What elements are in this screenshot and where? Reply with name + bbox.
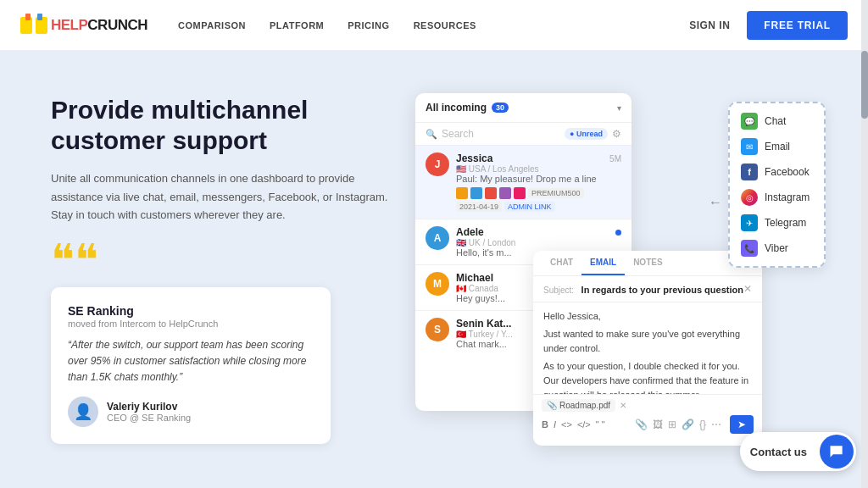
arrow-decoration: ← — [709, 195, 722, 210]
channel-instagram[interactable]: ◎ Instagram — [735, 185, 819, 210]
chat-icon — [828, 443, 845, 460]
bold-btn[interactable]: B — [542, 419, 548, 430]
facebook-channel-icon: f — [741, 164, 758, 180]
chat-panel-header: All incoming 30 ▾ — [415, 93, 632, 123]
code2-icon[interactable]: {} — [699, 419, 706, 430]
jessica-tags: PREMIUM500 2021-04-19 ADMIN LINK — [456, 187, 621, 212]
tab-chat[interactable]: CHAT — [542, 251, 581, 275]
telegram-channel-icon: ✈ — [741, 214, 758, 231]
subject-text: In regards to your previous question — [581, 285, 743, 295]
conversation-jessica[interactable]: J Jessica 5M 🇺🇸 USA / Los Angeles Paul: … — [415, 146, 632, 219]
logo-icon — [20, 14, 47, 37]
tab-notes[interactable]: NOTES — [625, 251, 670, 275]
quote-btn[interactable]: " " — [596, 419, 605, 430]
email-compose-panel: CHAT EMAIL NOTES Subject: In regards to … — [533, 251, 762, 446]
tag-premium: PREMIUM500 — [528, 188, 584, 198]
settings-icon[interactable]: ⚙ — [612, 128, 621, 140]
testimonial-moved-from: moved from Intercom to HelpCrunch — [68, 319, 314, 329]
michael-avatar: M — [426, 272, 449, 296]
contact-us-label: Contact us — [740, 437, 817, 467]
testimonial-card: SE Ranking moved from Intercom to HelpCr… — [51, 287, 331, 444]
adele-location: 🇬🇧 UK / London — [456, 238, 621, 247]
channel-sidebar: 💬 Chat ✉ Email f Facebook ◎ Instagram ✈ … — [728, 102, 826, 268]
attach-icon[interactable]: 📎 — [635, 419, 648, 430]
chat-bubble-icon — [820, 435, 854, 469]
channel-viber[interactable]: 📞 Viber — [735, 236, 819, 261]
unread-filter[interactable]: ● Unread — [565, 128, 608, 140]
nav-pricing[interactable]: PRICING — [348, 20, 389, 30]
facebook-channel-label: Facebook — [765, 166, 810, 178]
attachment-chip: 📎 Roadmap.pdf — [542, 399, 615, 412]
channel-email[interactable]: ✉ Email — [735, 134, 819, 159]
viber-channel-label: Viber — [765, 242, 788, 254]
incoming-badge: 30 — [492, 103, 509, 113]
nav-resources[interactable]: RESOURCES — [414, 20, 476, 30]
email-greeting: Hello Jessica, — [543, 309, 752, 324]
free-trial-button[interactable]: FREE TRIAL — [747, 11, 848, 40]
email-subject-row: Subject: In regards to your previous que… — [533, 276, 762, 302]
sign-in-link[interactable]: SIGN IN — [689, 19, 730, 31]
search-icon: 🔍 — [426, 129, 437, 140]
svg-rect-2 — [25, 14, 31, 20]
scrollbar[interactable] — [861, 0, 868, 488]
nav-links: COMPARISON PLATFORM PRICING RESOURCES — [178, 20, 476, 30]
scrollbar-thumb[interactable] — [861, 51, 868, 119]
hero-title: Provide multichannel customer support — [51, 95, 407, 156]
channel-facebook[interactable]: f Facebook — [735, 159, 819, 185]
svg-rect-3 — [37, 14, 42, 20]
nav-comparison[interactable]: COMPARISON — [178, 20, 246, 30]
table-icon[interactable]: ⊞ — [668, 419, 676, 430]
chat-panel-title: All incoming — [426, 102, 487, 114]
adele-avatar: A — [426, 226, 449, 250]
logo[interactable]: HELPCRUNCH — [20, 14, 147, 37]
jessica-avatar: J — [426, 152, 449, 176]
more-icon[interactable]: ⋯ — [711, 419, 721, 430]
send-email-button[interactable]: ➤ — [730, 415, 754, 434]
testimonial-author: 👤 Valeriy Kurilov CEO @ SE Ranking — [68, 396, 314, 427]
hero-left: Provide multichannel customer support Un… — [51, 95, 407, 443]
email-toolbar: 📎 Roadmap.pdf ✕ B I <> </> " " 📎 🖼 ⊞ 🔗 {… — [533, 394, 762, 438]
dropdown-arrow-icon[interactable]: ▾ — [617, 103, 621, 113]
hero-right: All incoming 30 ▾ 🔍 Search ● Unread ⚙ — [415, 76, 826, 463]
link-icon[interactable]: 🔗 — [682, 419, 694, 430]
quote-decoration: ❝❝ — [51, 245, 407, 275]
email-body-line1: Just wanted to make sure you've got ever… — [543, 327, 752, 356]
author-name: Valeriy Kurilov — [107, 401, 191, 413]
adele-dot — [615, 230, 621, 236]
chat-channel-icon: 💬 — [741, 113, 758, 130]
email-body-line2: As to your question, I double checked it… — [543, 359, 752, 394]
email-body[interactable]: Hello Jessica, Just wanted to make sure … — [533, 302, 762, 394]
chat-search-bar: 🔍 Search ● Unread ⚙ — [415, 123, 632, 146]
italic-btn[interactable]: I — [554, 419, 556, 430]
code-btn[interactable]: <> — [561, 419, 572, 430]
nav-platform[interactable]: PLATFORM — [270, 20, 324, 30]
search-placeholder[interactable]: Search — [442, 128, 474, 140]
email-channel-icon: ✉ — [741, 138, 758, 155]
code-block-btn[interactable]: </> — [577, 419, 591, 430]
instagram-channel-icon: ◎ — [741, 189, 758, 206]
telegram-channel-label: Telegram — [765, 217, 806, 229]
jessica-name: Jessica — [456, 152, 492, 164]
jessica-location: 🇺🇸 USA / Los Angeles — [456, 164, 621, 174]
subject-edit-icon[interactable]: ✕ — [743, 283, 752, 295]
subject-label: Subject: — [543, 286, 574, 295]
jessica-time: 5M — [609, 154, 621, 164]
instagram-channel-label: Instagram — [765, 191, 810, 203]
viber-channel-icon: 📞 — [741, 240, 758, 257]
image-icon[interactable]: 🖼 — [653, 419, 663, 430]
tag-admin: ADMIN LINK — [504, 202, 555, 212]
navbar: HELPCRUNCH COMPARISON PLATFORM PRICING R… — [0, 0, 868, 51]
channel-chat[interactable]: 💬 Chat — [735, 108, 819, 134]
channel-telegram[interactable]: ✈ Telegram — [735, 210, 819, 236]
testimonial-quote: “After the switch, our support team has … — [68, 337, 314, 386]
tag-date: 2021-04-19 — [456, 202, 502, 212]
tab-email[interactable]: EMAIL — [581, 251, 625, 275]
senin-avatar: S — [426, 318, 449, 341]
adele-name: Adele — [456, 226, 484, 238]
hero-description: Unite all communication channels in one … — [51, 169, 407, 224]
contact-us-widget[interactable]: Contact us — [740, 432, 856, 471]
chat-channel-label: Chat — [765, 115, 786, 127]
testimonial-company: SE Ranking — [68, 304, 314, 318]
email-channel-label: Email — [765, 141, 790, 152]
attachment-remove-icon[interactable]: ✕ — [620, 401, 626, 410]
